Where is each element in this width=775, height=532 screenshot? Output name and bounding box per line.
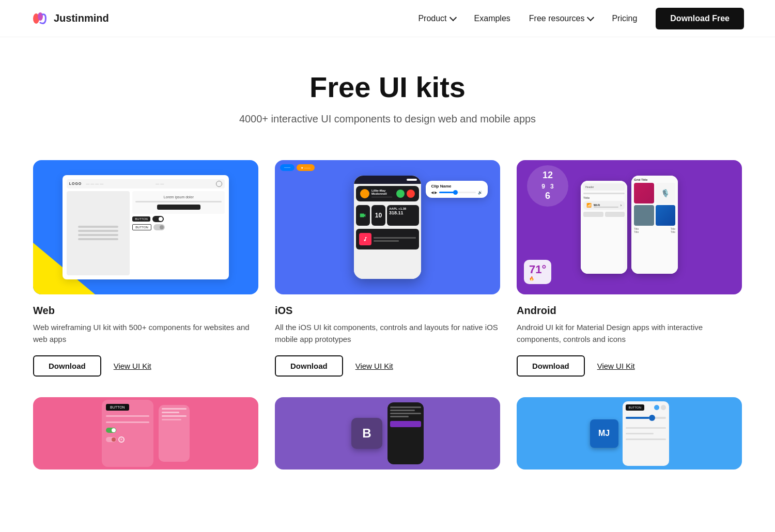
form-line [135,201,222,202]
p-line-3 [162,415,187,417]
music-progress [374,237,416,239]
ios-call-banner: Lillie-May Mcdonnell ———————— [356,186,419,201]
ios-floating-card: Clip Name ◀ ▶ 🔊 [426,181,488,198]
web-card-image: LOGO — — — — — — [33,160,258,294]
ios-kit-title: iOS [275,305,500,317]
web-illustration: LOGO — — — — — — [33,160,258,294]
purple-preview-card: B [275,397,500,470]
hero-section: Free UI kits 4000+ interactive UI compon… [0,37,775,150]
wifi-label: Wi-Fi [594,204,618,207]
clock-widget: 129 36 [527,165,568,207]
blue-slider [626,417,666,419]
purple-preview-content: B [275,397,500,470]
android-phone-2: Grid Title 🎙️ Title [631,176,678,274]
web-kit-title: Web [33,305,258,317]
pink-line-1 [106,415,149,417]
wifi-bar [594,207,618,208]
android-screen-1: Header Title 📶 Wi-Fi [581,181,627,274]
web-kit-actions: Download View UI Kit [33,355,258,377]
web-view-kit-button[interactable]: View UI Kit [114,362,151,370]
ios-call-status: ———————— [371,195,394,198]
sidebar-line [78,238,118,240]
p-line-4 [162,419,181,420]
ios-view-kit-button[interactable]: View UI Kit [355,362,393,370]
nav-product[interactable]: Product [418,14,455,23]
pink-close-icon: ✕ [118,436,125,443]
web-bottom: BUTTON [132,216,225,222]
logo[interactable]: Justinmind [31,9,109,28]
ios-decline-button [407,190,415,198]
outline-button: BUTTON [132,224,151,230]
nav-pricing[interactable]: Pricing [612,14,637,23]
hero-title: Free UI kits [10,70,765,104]
temperature: 71° [529,263,546,276]
purple-btn [390,421,421,427]
ios-stock-widget: AAPL +1.38 318.11 [387,205,419,226]
android-header-bar: Header [583,183,625,191]
nav-free-resources[interactable]: Free resources [529,14,594,23]
ios-status-bar [354,176,421,184]
chevron-down-icon-resources [587,14,594,21]
android-kit-actions: Download View UI Kit [517,355,742,377]
ios-download-button[interactable]: Download [275,355,343,377]
pink-button: BUTTON [106,404,129,411]
bootstrap-badge: B [351,418,382,449]
ios-answer-button [396,190,405,198]
logo-text: Justinmind [54,12,109,24]
chevron-down-icon [449,14,456,21]
pink-line-2 [106,421,149,423]
web-mockup: LOGO — — — — — — [63,175,229,280]
web-mockup-body: Lorem ipsum dolor BUTTON BUTTON [67,191,225,276]
logo-icon [31,9,50,28]
android-btn-1 [583,212,603,217]
p-line [162,408,187,410]
blue-button: BUTTON [626,404,645,411]
web-bottom-2: BUTTON [132,224,225,230]
purple-phone [388,402,424,464]
ios-music-icon [359,233,371,245]
pink-second-panel [159,405,190,462]
pink-toggle-handle [112,437,116,442]
ios-widget-row: 10 AAPL +1.38 318.11 [356,205,419,226]
pink-toggle-on [106,428,116,433]
ios-illustration: —— ★ —— Li [275,160,500,294]
toggle-off [153,224,165,230]
android-kit-description: Android UI kit for Material Design apps … [517,322,742,345]
blue-line-2 [626,433,654,434]
ios-avatar [360,189,369,198]
download-free-button[interactable]: Download Free [656,8,744,29]
toggle-on [152,216,164,222]
nav-examples[interactable]: Examples [474,14,510,23]
android-kit-title: Android [517,305,742,317]
grid-label-4: Title [671,230,675,233]
search-icon [216,181,222,187]
android-download-button[interactable]: Download [517,355,585,377]
ios-call-name: Lillie-May Mcdonnell [371,189,394,195]
grid-item-4 [656,205,676,226]
blue-btn-row: BUTTON [626,404,666,411]
ios-music-row [356,229,419,249]
android-search-bar [583,193,625,194]
ios-top-pills: —— ★ —— [280,164,315,171]
ios-clip-progress [439,192,476,193]
kit-cards-section: LOGO — — — — — — [0,150,775,397]
ios-pill-blue: —— [280,164,295,171]
purple-phone-screen [388,402,424,464]
purple-line-1 [390,406,421,408]
ios-clip-controls: ◀ ▶ 🔊 [431,191,483,195]
web-download-button[interactable]: Download [33,355,101,377]
ios-pill-star: ★ —— [297,164,315,171]
ios-clip-title: Clip Name [431,184,483,189]
small-button-label: BUTTON [132,216,150,222]
weather-widget: 71° 🔥 [524,260,551,284]
blue-line-3 [626,439,666,440]
cards-grid: LOGO — — — — — — [33,160,742,377]
pink-toggle-off [106,437,116,442]
pink-btn-row: BUTTON [106,404,149,411]
android-grid-title: Grid Title [634,178,675,181]
web-kit-card: LOGO — — — — — — [33,160,258,377]
android-view-kit-button[interactable]: View UI Kit [597,362,635,370]
pink-preview-content: BUTTON ✕ [33,397,258,470]
blue-circle-inactive [661,405,666,410]
android-illustration: 129 36 Header Title 📶 [517,160,742,294]
